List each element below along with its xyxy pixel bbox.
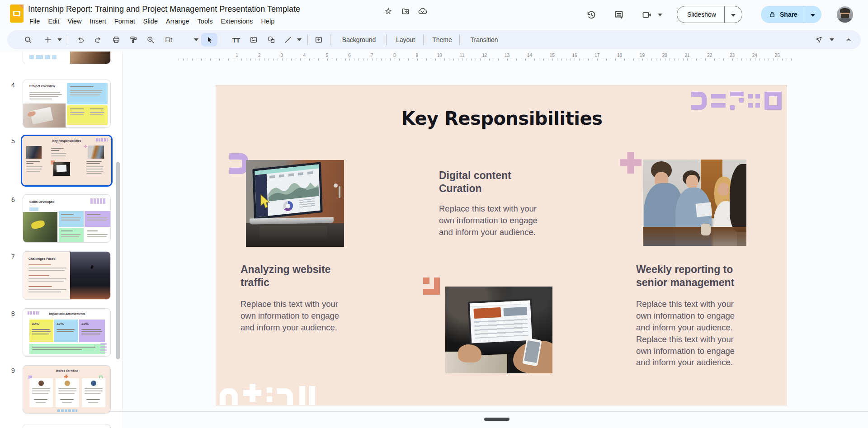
paint-format-icon[interactable] bbox=[126, 30, 141, 49]
lock-icon bbox=[761, 10, 776, 19]
menu-file[interactable]: File bbox=[25, 16, 44, 26]
horizontal-ruler: 1234567891011121314151617181920212223242… bbox=[179, 53, 793, 61]
theme-button[interactable]: Theme bbox=[428, 30, 457, 49]
insert-shape-tool[interactable] bbox=[264, 30, 279, 49]
coral-bracket-decoration[interactable] bbox=[423, 277, 446, 300]
column-2-body[interactable]: Replace this text with your own informat… bbox=[439, 203, 547, 238]
social-media-laptop-image[interactable] bbox=[445, 287, 552, 373]
top-bar: Internship Report: Training and Project … bbox=[0, 0, 868, 29]
thumbnail-slide-5[interactable]: Key Responsibilities bbox=[22, 136, 111, 185]
redo-button[interactable] bbox=[91, 30, 105, 49]
column-1-heading[interactable]: Analyzing website traffic bbox=[241, 263, 335, 290]
column-1-body[interactable]: Replace this text with your own informat… bbox=[241, 298, 349, 334]
line-tool-caret[interactable] bbox=[295, 30, 304, 49]
zoom-icon[interactable] bbox=[143, 30, 158, 49]
slideshow-button[interactable]: Slideshow bbox=[677, 6, 742, 23]
insert-image-tool[interactable] bbox=[246, 30, 261, 49]
thumbnail-slide-5-selected[interactable]: Key Responsibilities bbox=[21, 135, 113, 187]
zoom-select[interactable]: Fit bbox=[160, 30, 178, 49]
slideshow-dropdown-caret[interactable] bbox=[725, 10, 742, 19]
cloud-status-icon[interactable] bbox=[418, 6, 428, 16]
zoom-select-caret[interactable] bbox=[192, 30, 201, 49]
pen-tools-caret[interactable] bbox=[827, 30, 836, 49]
white-glyph-decoration[interactable] bbox=[220, 384, 324, 405]
thumbnail-slide-3[interactable] bbox=[23, 52, 111, 64]
share-label: Share bbox=[776, 11, 804, 18]
insert-placeholder-tool[interactable] bbox=[311, 30, 326, 49]
column-2-heading[interactable]: Digital content Curation bbox=[439, 169, 523, 196]
thumbnail-slide-8[interactable]: Impact and Achievements 30% 42% 23% bbox=[23, 308, 111, 357]
search-menus-icon[interactable] bbox=[21, 30, 35, 49]
thumbnail-number-9: 9 bbox=[9, 367, 17, 374]
move-folder-icon[interactable] bbox=[401, 6, 410, 16]
menu-extensions[interactable]: Extensions bbox=[217, 16, 257, 26]
present-to-meet-icon[interactable] bbox=[638, 6, 656, 24]
star-icon[interactable] bbox=[383, 6, 393, 16]
mouse-cursor-pointer bbox=[259, 194, 271, 209]
meet-dropdown-caret[interactable] bbox=[658, 14, 662, 16]
insert-line-tool[interactable] bbox=[281, 30, 295, 49]
column-3-body[interactable]: Replace this text with your own informat… bbox=[636, 298, 747, 368]
document-title[interactable]: Internship Report: Training and Project … bbox=[28, 5, 300, 14]
select-tool-button[interactable] bbox=[201, 33, 217, 47]
speaker-notes-drag-handle[interactable] bbox=[484, 418, 509, 421]
menu-tools[interactable]: Tools bbox=[193, 16, 217, 26]
menu-slide[interactable]: Slide bbox=[139, 16, 162, 26]
team-meeting-image[interactable] bbox=[643, 160, 746, 246]
slide-filmstrip: 4 Project Overview 5 bbox=[0, 52, 122, 428]
menu-insert[interactable]: Insert bbox=[86, 16, 110, 26]
menu-bar: File Edit View Insert Format Slide Arran… bbox=[25, 16, 278, 26]
thumbnail-slide-6[interactable]: Skills Developed bbox=[23, 194, 111, 243]
new-slide-caret[interactable] bbox=[55, 30, 64, 49]
thumbnail-number-5: 5 bbox=[9, 137, 17, 145]
account-avatar[interactable] bbox=[837, 6, 853, 23]
menu-format[interactable]: Format bbox=[110, 16, 139, 26]
print-button[interactable] bbox=[109, 30, 123, 49]
column-3-heading[interactable]: Weekly reporting to senior management bbox=[636, 263, 749, 290]
thumbnail-slide-7[interactable]: Challenges Faced bbox=[23, 251, 111, 300]
slide-title[interactable]: Key Responsibilities bbox=[216, 108, 787, 129]
thumbnail-number-8: 8 bbox=[9, 310, 17, 317]
version-history-icon[interactable] bbox=[582, 6, 600, 24]
new-slide-button[interactable] bbox=[42, 30, 54, 49]
thumbnail-slide-10[interactable] bbox=[23, 424, 111, 428]
toolbar: Fit TT Background Layout Theme Transitio… bbox=[7, 30, 861, 49]
purple-bracket-decoration[interactable] bbox=[229, 153, 248, 174]
background-button[interactable]: Background bbox=[335, 30, 382, 49]
thumbnail-slide-4[interactable]: Project Overview bbox=[23, 80, 111, 128]
slideshow-label: Slideshow bbox=[677, 11, 724, 18]
layout-button[interactable]: Layout bbox=[391, 30, 420, 49]
share-dropdown-caret[interactable] bbox=[804, 10, 821, 19]
current-slide: Key Responsibilities Analyzing website t… bbox=[216, 85, 787, 405]
thumbnail-number-6: 6 bbox=[9, 196, 17, 203]
undo-button[interactable] bbox=[73, 30, 88, 49]
slides-logo-icon[interactable] bbox=[10, 5, 24, 23]
menu-view[interactable]: View bbox=[63, 16, 85, 26]
thumbnail-slide-9[interactable]: Words of Praise bbox=[23, 365, 111, 414]
menu-help[interactable]: Help bbox=[257, 16, 278, 26]
canvas-bottom-divider bbox=[108, 411, 868, 412]
pen-tools-icon[interactable] bbox=[811, 30, 826, 49]
pink-plus-decoration[interactable] bbox=[620, 152, 642, 174]
filmstrip-scrollbar[interactable] bbox=[116, 162, 120, 359]
menu-edit[interactable]: Edit bbox=[44, 16, 63, 26]
thumbnail-number-4: 4 bbox=[9, 81, 17, 89]
collapse-toolbar-chevron[interactable] bbox=[841, 30, 856, 49]
share-button[interactable]: Share bbox=[761, 6, 821, 23]
comments-icon[interactable] bbox=[610, 6, 628, 24]
google-slides-app: Internship Report: Training and Project … bbox=[0, 0, 868, 428]
menu-arrange[interactable]: Arrange bbox=[162, 16, 193, 26]
text-box-tool[interactable]: TT bbox=[228, 30, 244, 49]
thumbnail-number-7: 7 bbox=[9, 253, 17, 260]
transition-button[interactable]: Transition bbox=[464, 30, 505, 49]
